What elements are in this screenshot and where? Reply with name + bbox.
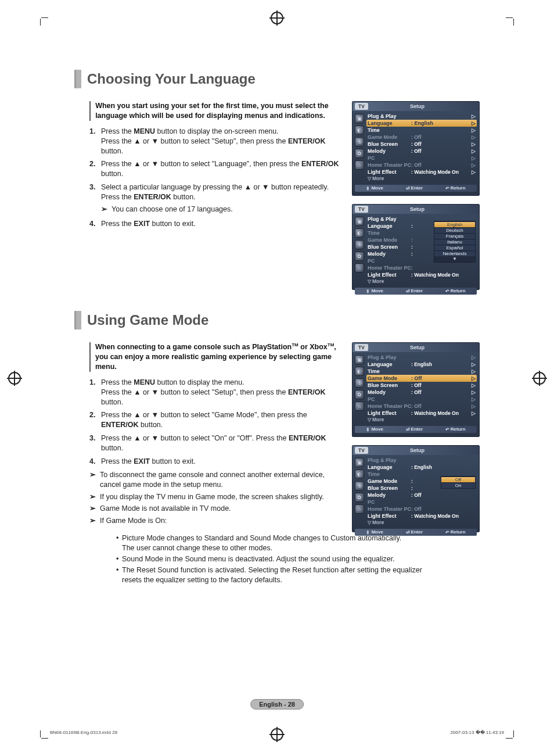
dropdown-option[interactable]: On [441, 482, 475, 488]
osd-row-label: Light Effect [368, 272, 411, 278]
chevron-right-icon: ▷ [472, 134, 476, 140]
return-icon: ↶ [445, 530, 449, 535]
note-arrow-icon: ➢ [89, 516, 100, 526]
registration-mark-icon [533, 372, 546, 385]
osd-row-label: Game Mode [368, 478, 411, 484]
setup-icon: ✿ [355, 149, 364, 158]
setup-icon: ✿ [355, 390, 364, 399]
bullet-text: Picture Mode changes to Standard and Sou… [122, 533, 401, 553]
osd-row-value: : Off [411, 382, 463, 388]
osd-row-label: Melody [368, 492, 411, 498]
dropdown-option[interactable]: English [434, 221, 475, 227]
step-text: Press the EXIT button to exit. [101, 457, 341, 467]
osd-setup-panel: TVSetup ▣ ◐ ⦿ ✿ ⌂ Plug & Play Language: … [352, 204, 480, 290]
input-icon: ⌂ [355, 504, 364, 514]
osd-row-value: : Off [411, 389, 463, 395]
osd-row-label: Game Mode [368, 134, 411, 140]
osd-row-value: : Off [411, 492, 463, 498]
osd-row-label: Home Theater PC [368, 506, 411, 512]
osd-title: Setup [372, 103, 477, 109]
osd-row-label: Time [368, 471, 411, 477]
osd-row-label: Home Theater PC [368, 162, 411, 168]
dropdown-option[interactable]: Off [441, 476, 475, 482]
input-icon: ⌂ [355, 402, 364, 411]
dropdown-option[interactable]: Español [434, 245, 475, 250]
chevron-right-icon: ▷ [472, 155, 476, 161]
step-text: Select a particular language by pressing… [101, 182, 341, 216]
osd-row-value: : Off [411, 375, 476, 381]
step-text: Press the ▲ or ▼ button to select "On" o… [101, 433, 341, 453]
move-icon: ⇕ [366, 530, 370, 535]
return-icon: ↶ [445, 289, 449, 294]
channel-icon: ⦿ [355, 481, 364, 490]
chevron-right-icon: ▷ [472, 396, 476, 402]
osd-row-value: : English [411, 464, 463, 470]
enter-icon: ⏎ [406, 427, 410, 432]
chevron-right-icon: ▷ [472, 120, 476, 126]
step-number: 4. [89, 219, 101, 229]
setup-icon: ✿ [355, 493, 364, 502]
move-icon: ⇕ [366, 186, 370, 191]
osd-row-value: : Watching Mode On [411, 272, 463, 278]
step-number: 3. [89, 182, 101, 216]
chevron-right-icon: ▷ [472, 141, 476, 147]
osd-setup-panel: TVSetup ▣ ◐ ⦿ ✿ ⌂ Plug & Play▷ Language:… [352, 342, 480, 437]
osd-row-value: : Watching Mode On [411, 169, 463, 175]
chevron-right-icon: ▷ [472, 389, 476, 395]
osd-row-label: PC [368, 396, 411, 402]
osd-source-tag: TV [355, 206, 368, 213]
osd-row-label: Blue Screen [368, 244, 411, 250]
dropdown-option[interactable]: Nederlands [434, 250, 475, 256]
osd-row-label: Blue Screen [368, 485, 411, 491]
language-dropdown[interactable]: English Deutsch Français Italiano Españo… [434, 221, 476, 263]
channel-icon: ⦿ [355, 378, 364, 388]
osd-row-value: : Off [411, 506, 463, 512]
osd-row-label: Game Mode [368, 375, 411, 381]
setup-icon: ✿ [355, 252, 364, 261]
section-lead: When you start using your set for the fi… [95, 101, 341, 121]
chevron-down-icon: ▽ [368, 176, 371, 181]
picture-icon: ▣ [355, 217, 364, 226]
chevron-down-icon: ▽ [368, 279, 371, 284]
osd-row-label: Language [368, 120, 411, 126]
chevron-down-icon: ▽ [368, 417, 371, 422]
input-icon: ⌂ [355, 160, 364, 170]
step-number: 1. [89, 378, 101, 407]
note-arrow-icon: ➢ [89, 504, 100, 514]
osd-row-value: : [411, 265, 463, 271]
osd-row-label: Time [368, 368, 411, 374]
input-icon: ⌂ [355, 263, 364, 273]
note-arrow-icon: ➢ [89, 470, 100, 490]
osd-row-value: : Off [411, 141, 463, 147]
chevron-right-icon: ▷ [472, 410, 476, 416]
game-mode-dropdown[interactable]: Off On [441, 476, 476, 489]
osd-row-label: Light Effect [368, 169, 411, 175]
picture-icon: ▣ [355, 355, 364, 364]
page-number-badge: English - 28 [250, 699, 304, 710]
sound-icon: ◐ [355, 126, 364, 135]
dropdown-option[interactable]: Deutsch [434, 227, 475, 233]
channel-icon: ⦿ [355, 137, 364, 146]
osd-row-label: Language [368, 361, 411, 367]
return-icon: ↶ [445, 186, 449, 191]
chevron-right-icon: ▷ [472, 162, 476, 168]
note-text: If you display the TV menu in Game mode,… [100, 492, 324, 502]
enter-icon: ⏎ [406, 289, 410, 294]
registration-mark-icon [271, 12, 283, 24]
osd-source-tag: TV [355, 344, 368, 351]
osd-row-value: : Off [411, 134, 463, 140]
chevron-right-icon: ▷ [472, 127, 476, 133]
chevron-down-icon: ▽ [368, 520, 371, 525]
osd-title: Setup [372, 345, 477, 350]
picture-icon: ▣ [355, 458, 364, 467]
section-title: Choosing Your Language [87, 70, 256, 88]
osd-row-label: Blue Screen [368, 141, 411, 147]
chevron-right-icon: ▷ [472, 361, 476, 367]
osd-row-value: : Off [411, 148, 463, 154]
dropdown-option[interactable]: Italiano [434, 239, 475, 245]
dropdown-option[interactable]: Français [434, 233, 475, 239]
step-text: Press the ▲ or ▼ button to select "Langu… [101, 159, 341, 179]
step-text: Press the EXIT button to exit. [101, 219, 341, 229]
enter-icon: ⏎ [406, 186, 410, 191]
osd-setup-panel: TVSetup ▣ ◐ ⦿ ✿ ⌂ Plug & Play Language: … [352, 445, 480, 532]
